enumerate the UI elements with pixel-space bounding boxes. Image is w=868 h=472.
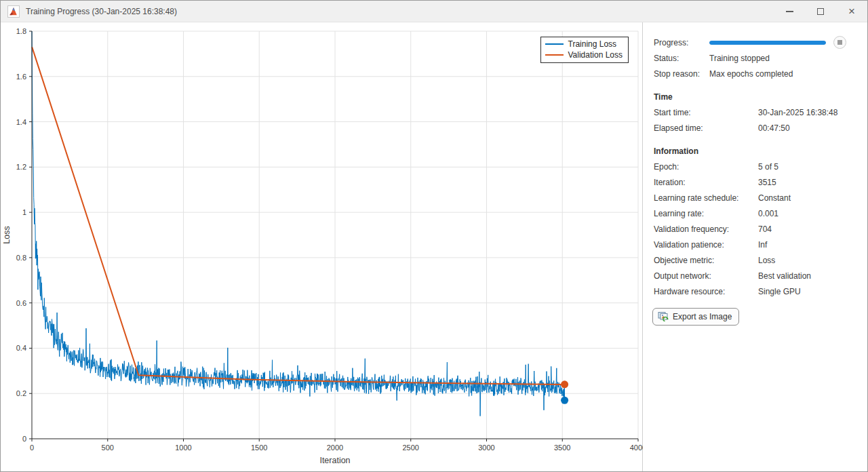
training-info-panel: Progress: Status: Training stopped Stop … <box>644 22 867 471</box>
matlab-logo-icon <box>7 5 20 18</box>
learning-rate-label: Learning rate: <box>654 209 758 218</box>
training-progress-window: Training Progress (30-Jan-2025 16:38:48)… <box>0 0 868 472</box>
training-loss-line-sample <box>545 43 564 45</box>
svg-text:4000: 4000 <box>630 444 643 452</box>
epoch-value: 5 of 5 <box>758 162 778 172</box>
svg-text:1000: 1000 <box>175 444 191 452</box>
objective-metric-value: Loss <box>758 256 775 265</box>
iteration-value: 3515 <box>758 178 776 187</box>
minimize-icon <box>786 11 793 12</box>
svg-text:1.8: 1.8 <box>16 27 26 35</box>
progress-label: Progress: <box>654 38 709 47</box>
lr-schedule-label: Learning rate schedule: <box>654 193 758 203</box>
stop-reason-value: Max epochs completed <box>709 69 793 79</box>
status-value: Training stopped <box>709 54 770 63</box>
svg-text:1.4: 1.4 <box>16 118 26 126</box>
legend-label: Validation Loss <box>568 50 623 60</box>
start-time-row: Start time: 30-Jan-2025 16:38:48 <box>644 104 867 120</box>
svg-text:3500: 3500 <box>554 444 570 452</box>
time-section-header: Time <box>644 89 867 104</box>
legend-label: Training Loss <box>568 39 617 49</box>
maximize-button[interactable] <box>805 1 836 22</box>
legend-entry-training: Training Loss <box>545 39 623 50</box>
validation-patience-label: Validation patience: <box>654 240 758 250</box>
output-network-value: Best validation <box>758 271 811 281</box>
svg-text:3000: 3000 <box>478 444 494 452</box>
title-bar[interactable]: Training Progress (30-Jan-2025 16:38:48)… <box>1 1 867 22</box>
svg-text:1.6: 1.6 <box>16 73 26 81</box>
close-button[interactable]: × <box>836 1 867 22</box>
maximize-icon <box>817 8 824 15</box>
output-network-row: Output network: Best validation <box>644 268 867 283</box>
hardware-resource-row: Hardware resource: Single GPU <box>644 283 867 299</box>
export-button-label: Export as Image <box>673 312 732 321</box>
export-as-image-button[interactable]: Export as Image <box>652 308 739 326</box>
validation-patience-row: Validation patience: Inf <box>644 237 867 252</box>
learning-rate-value: 0.001 <box>758 209 778 218</box>
svg-text:1.2: 1.2 <box>16 163 26 171</box>
minimize-button[interactable] <box>774 1 805 22</box>
svg-text:0.4: 0.4 <box>16 344 26 352</box>
hardware-resource-value: Single GPU <box>758 287 801 296</box>
svg-text:2500: 2500 <box>403 444 419 452</box>
validation-frequency-label: Validation frequency: <box>654 224 758 234</box>
start-time-value: 30-Jan-2025 16:38:48 <box>758 108 837 117</box>
progress-bar <box>709 41 826 45</box>
elapsed-time-value: 00:47:50 <box>758 123 790 133</box>
information-section-header: Information <box>644 143 867 159</box>
loss-chart-area: 0500100015002000250030003500400000.20.40… <box>1 22 643 471</box>
progress-bar-fill <box>709 41 826 45</box>
learning-rate-row: Learning rate: 0.001 <box>644 205 867 221</box>
stop-reason-row: Stop reason: Max epochs completed <box>644 66 867 81</box>
export-image-icon <box>658 311 669 322</box>
progress-row: Progress: <box>644 35 867 50</box>
svg-text:0.2: 0.2 <box>16 389 26 397</box>
stop-icon <box>837 40 842 45</box>
output-network-label: Output network: <box>654 271 758 281</box>
svg-text:0: 0 <box>30 444 34 452</box>
objective-metric-label: Objective metric: <box>654 256 758 265</box>
window-title: Training Progress (30-Jan-2025 16:38:48) <box>26 7 177 16</box>
epoch-row: Epoch: 5 of 5 <box>644 159 867 174</box>
svg-text:2000: 2000 <box>327 444 343 452</box>
chart-legend[interactable]: Training Loss Validation Loss <box>540 37 629 63</box>
close-icon: × <box>848 5 855 17</box>
elapsed-time-row: Elapsed time: 00:47:50 <box>644 120 867 136</box>
status-label: Status: <box>654 54 709 63</box>
status-row: Status: Training stopped <box>644 50 867 66</box>
svg-text:Loss: Loss <box>2 226 12 243</box>
hardware-resource-label: Hardware resource: <box>654 287 758 296</box>
loss-chart: 0500100015002000250030003500400000.20.40… <box>1 22 643 471</box>
validation-patience-value: Inf <box>758 240 767 250</box>
svg-text:Iteration: Iteration <box>319 456 350 465</box>
stop-reason-label: Stop reason: <box>654 69 709 79</box>
svg-text:0.6: 0.6 <box>16 299 26 307</box>
validation-loss-line-sample <box>545 54 564 56</box>
elapsed-time-label: Elapsed time: <box>654 123 758 133</box>
start-time-label: Start time: <box>654 108 758 117</box>
lr-schedule-value: Constant <box>758 193 791 203</box>
validation-frequency-value: 704 <box>758 224 772 234</box>
svg-text:1: 1 <box>22 208 26 216</box>
epoch-label: Epoch: <box>654 162 758 172</box>
svg-text:0: 0 <box>22 435 26 443</box>
iteration-label: Iteration: <box>654 178 758 187</box>
svg-text:500: 500 <box>102 444 114 452</box>
stop-training-button[interactable] <box>833 36 846 49</box>
iteration-row: Iteration: 3515 <box>644 174 867 190</box>
objective-metric-row: Objective metric: Loss <box>644 252 867 268</box>
validation-frequency-row: Validation frequency: 704 <box>644 221 867 237</box>
svg-text:1500: 1500 <box>251 444 267 452</box>
lr-schedule-row: Learning rate schedule: Constant <box>644 190 867 205</box>
svg-text:0.8: 0.8 <box>16 254 26 262</box>
legend-entry-validation: Validation Loss <box>545 50 623 60</box>
